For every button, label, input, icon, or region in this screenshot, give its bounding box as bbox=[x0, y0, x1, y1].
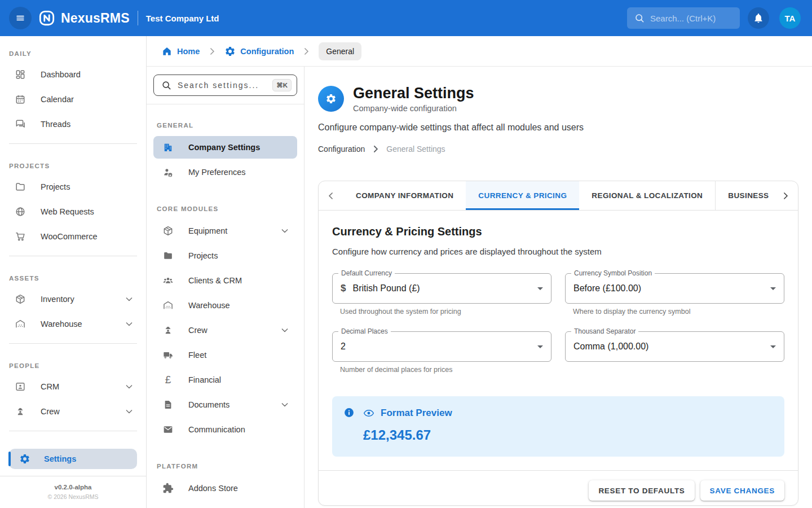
settings-item-financial[interactable]: £ Financial bbox=[153, 369, 297, 391]
nav-section-people: PEOPLE bbox=[0, 362, 146, 370]
app-bar: NexusRMS Test Company Ltd TA bbox=[0, 0, 812, 36]
sub-breadcrumb-current: General Settings bbox=[386, 144, 445, 154]
document-icon bbox=[162, 399, 174, 410]
sidebar-divider bbox=[9, 343, 137, 344]
brand[interactable]: NexusRMS bbox=[38, 10, 130, 27]
sidebar-item-crm[interactable]: CRM bbox=[0, 374, 146, 399]
global-search-input[interactable] bbox=[650, 14, 733, 23]
save-changes-button[interactable]: SAVE CHANGES bbox=[700, 480, 784, 501]
settings-item-documents[interactable]: Documents bbox=[153, 393, 297, 416]
settings-item-addons-store[interactable]: Addons Store bbox=[153, 477, 297, 500]
tab-currency-pricing[interactable]: CURRENCY & PRICING bbox=[466, 181, 579, 210]
field-value: 2 bbox=[341, 341, 346, 352]
tab-regional-localization[interactable]: REGIONAL & LOCALIZATION bbox=[579, 181, 715, 210]
settings-item-communication[interactable]: Communication bbox=[153, 418, 297, 441]
sidebar-item-label: CRM bbox=[41, 382, 59, 391]
globe-icon bbox=[15, 206, 26, 217]
settings-search-input[interactable] bbox=[178, 81, 267, 90]
tabs-scroll-left-button[interactable] bbox=[319, 181, 343, 210]
sidebar-item-threads[interactable]: Threads bbox=[0, 112, 146, 137]
warehouse-icon bbox=[15, 318, 26, 330]
copyright: © 2026 NexusRMS bbox=[0, 493, 146, 500]
sidebar-item-label: Projects bbox=[41, 182, 70, 191]
sidebar-item-web-requests[interactable]: Web Requests bbox=[0, 199, 146, 224]
sidebar-item-crew[interactable]: Crew bbox=[0, 399, 146, 424]
breadcrumb-configuration[interactable]: Configuration bbox=[224, 46, 294, 57]
breadcrumb-configuration-label: Configuration bbox=[240, 47, 294, 56]
field-default-currency-group: Default Currency $ British Pound (£) Use… bbox=[332, 273, 551, 316]
search-icon bbox=[161, 80, 172, 91]
dropdown-arrow-icon bbox=[770, 345, 776, 348]
chat-threads-icon bbox=[15, 119, 26, 130]
settings-item-label: Addons Store bbox=[188, 484, 238, 493]
field-label: Thousand Separator bbox=[571, 327, 638, 336]
sub-breadcrumb: Configuration General Settings bbox=[318, 143, 798, 155]
settings-section-general: GENERAL bbox=[153, 121, 297, 129]
sidebar-divider bbox=[9, 431, 137, 431]
envelope-icon bbox=[162, 424, 174, 435]
settings-item-equipment[interactable]: Equipment bbox=[153, 220, 297, 242]
default-currency-select[interactable]: Default Currency $ British Pound (£) bbox=[332, 273, 551, 304]
settings-item-projects[interactable]: Projects bbox=[153, 244, 297, 267]
chevron-right-icon bbox=[780, 190, 791, 202]
settings-search[interactable]: ⌘K bbox=[153, 75, 297, 96]
settings-item-label: Crew bbox=[188, 326, 208, 335]
page-subtitle: Company-wide configuration bbox=[353, 104, 474, 113]
settings-item-label: Documents bbox=[188, 400, 230, 409]
sidebar-item-dashboard[interactable]: Dashboard bbox=[0, 62, 146, 87]
sidebar-item-label: Inventory bbox=[41, 295, 74, 304]
tab-company-information[interactable]: COMPANY INFORMATION bbox=[343, 181, 466, 210]
breadcrumb-current: General bbox=[319, 42, 361, 60]
sidebar-footer: Settings v0.2.0-alpha © 2026 NexusRMS bbox=[0, 445, 146, 508]
decimal-places-select[interactable]: Decimal Places 2 bbox=[332, 331, 551, 362]
chevron-right-icon bbox=[206, 46, 218, 57]
settings-item-fleet[interactable]: Fleet bbox=[153, 344, 297, 366]
chevron-down-icon bbox=[279, 225, 290, 237]
settings-section-platform: PLATFORM bbox=[153, 462, 297, 470]
sidebar-item-inventory[interactable]: Inventory bbox=[0, 287, 146, 312]
reset-to-defaults-button[interactable]: RESET TO DEFAULTS bbox=[589, 480, 694, 501]
global-search[interactable] bbox=[627, 7, 740, 29]
field-decimal-places-group: Decimal Places 2 Number of decimal place… bbox=[332, 331, 551, 374]
menu-button[interactable] bbox=[9, 7, 32, 29]
field-label: Decimal Places bbox=[338, 327, 391, 336]
sidebar-item-label: Web Requests bbox=[41, 207, 94, 216]
currency-dollar-icon: $ bbox=[341, 283, 346, 294]
sidebar-item-projects[interactable]: Projects bbox=[0, 174, 146, 199]
active-indicator bbox=[8, 452, 11, 466]
sub-breadcrumb-parent[interactable]: Configuration bbox=[318, 144, 365, 154]
sidebar-item-calendar[interactable]: Calendar bbox=[0, 87, 146, 112]
sidebar-item-settings[interactable]: Settings bbox=[9, 449, 137, 469]
sidebar-item-label: Settings bbox=[44, 454, 76, 463]
crew-hardhat-icon bbox=[162, 325, 174, 336]
hamburger-icon bbox=[15, 12, 26, 24]
panel-heading: Currency & Pricing Settings bbox=[332, 225, 784, 238]
sidebar-item-label: Dashboard bbox=[41, 70, 81, 79]
dashboard-icon bbox=[15, 69, 26, 80]
user-avatar[interactable]: TA bbox=[779, 7, 801, 29]
settings-item-warehouse[interactable]: Warehouse bbox=[153, 294, 297, 317]
settings-item-crew[interactable]: Crew bbox=[153, 319, 297, 341]
sidebar-item-warehouse[interactable]: Warehouse bbox=[0, 312, 146, 336]
tabs-scroll-right-button[interactable] bbox=[773, 181, 798, 210]
settings-item-company-settings[interactable]: Company Settings bbox=[153, 136, 297, 159]
preview-title: Format Preview bbox=[381, 408, 452, 419]
bell-icon bbox=[753, 12, 764, 24]
settings-item-my-preferences[interactable]: My Preferences bbox=[153, 161, 297, 183]
sidebar-item-woocommerce[interactable]: WooCommerce bbox=[0, 224, 146, 249]
building-icon bbox=[162, 142, 174, 153]
settings-card: COMPANY INFORMATION CURRENCY & PRICING R… bbox=[318, 181, 798, 506]
gear-icon bbox=[224, 46, 236, 57]
notifications-button[interactable] bbox=[748, 7, 769, 29]
currency-symbol-position-select[interactable]: Currency Symbol Position Before (£100.00… bbox=[565, 273, 784, 304]
warehouse-icon bbox=[162, 300, 174, 311]
settings-item-label: Communication bbox=[188, 425, 245, 434]
tab-business[interactable]: BUSINESS bbox=[716, 181, 773, 210]
sidebar-item-label: Crew bbox=[41, 407, 60, 416]
eye-icon bbox=[363, 408, 374, 419]
info-icon bbox=[343, 407, 355, 418]
thousand-separator-select[interactable]: Thousand Separator Comma (1,000.00) bbox=[565, 331, 784, 362]
settings-item-clients-crm[interactable]: Clients & CRM bbox=[153, 269, 297, 292]
field-thousand-separator-group: Thousand Separator Comma (1,000.00) bbox=[565, 331, 784, 374]
breadcrumb-home[interactable]: Home bbox=[161, 46, 200, 57]
